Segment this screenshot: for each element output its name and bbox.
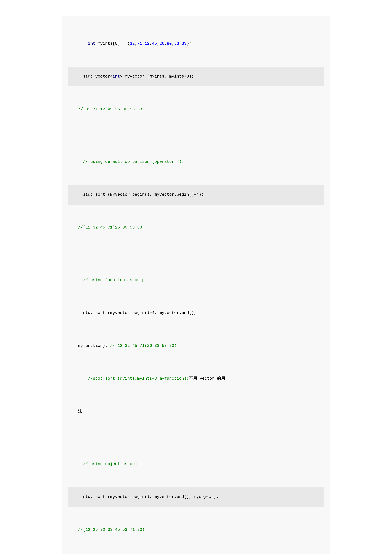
- code-line: //(12 32 45 71)26 80 53 33: [68, 218, 324, 237]
- code-line: [68, 553, 324, 554]
- code-line: myfunction); // 12 32 45 71(26 33 53 80): [68, 336, 324, 356]
- code-line: // using function as comp: [68, 270, 324, 290]
- code-line: std::vector<int> myvector (myints, myint…: [68, 67, 324, 86]
- code-line: 法: [68, 402, 324, 421]
- code-block-1: int myints[8] = {32,71,12,45,26,80,53,33…: [62, 16, 330, 554]
- code-line: std::sort (myvector.begin(), myvector.be…: [68, 185, 324, 205]
- code-line: // 32 71 12 45 26 80 53 33: [68, 99, 324, 119]
- code-line: std::sort (myvector.begin(), myvector.en…: [68, 487, 324, 507]
- code-line: // using object as comp: [68, 454, 324, 474]
- code-line: //std::sort (myints,myints+8,myfunction)…: [68, 369, 324, 388]
- code-line: std::sort (myvector.begin()+4, myvector.…: [68, 303, 324, 323]
- code-line: [68, 132, 324, 139]
- code-line: [68, 435, 324, 441]
- code-line: [68, 251, 324, 257]
- code-line: // using default comparison (operator <)…: [68, 152, 324, 172]
- code-line: int myints[8] = {32,71,12,45,26,80,53,33…: [68, 34, 324, 54]
- code-line: //(12 26 32 33 45 53 71 80): [68, 520, 324, 540]
